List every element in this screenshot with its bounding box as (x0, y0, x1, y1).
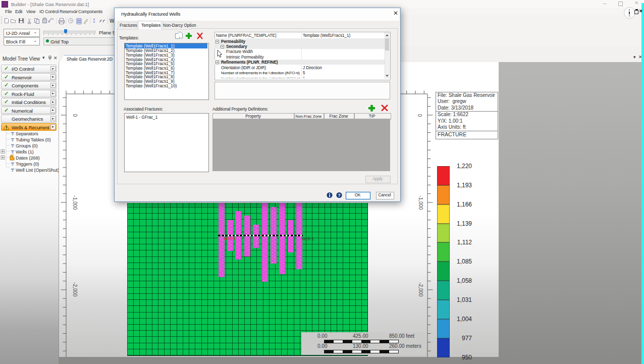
svg-text:?: ? (338, 193, 340, 198)
